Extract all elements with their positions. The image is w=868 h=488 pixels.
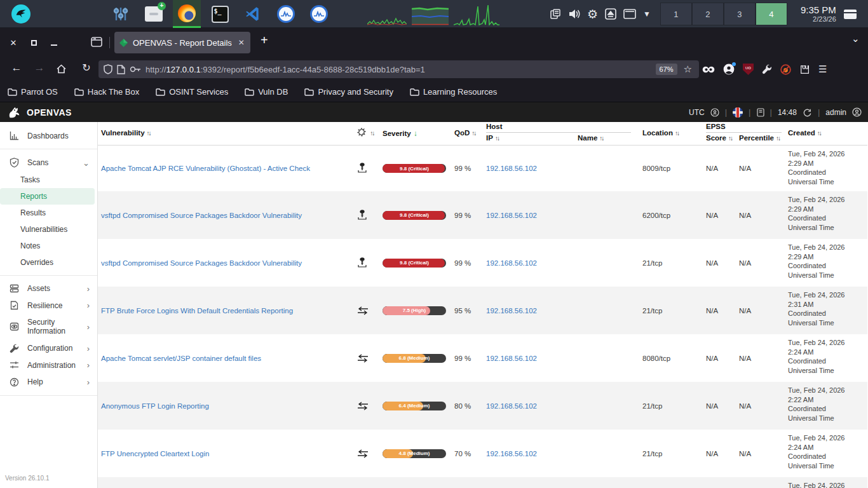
host-ip-link[interactable]: 192.168.56.102 — [486, 259, 537, 267]
browser-tab[interactable]: OPENVAS - Report Details ✕ — [114, 32, 250, 53]
sort-icon[interactable]: ↑↓ — [776, 135, 780, 142]
bookmark-folder-osint-services[interactable]: OSINT Services — [156, 87, 228, 97]
settings-sliders-app-icon[interactable] — [107, 0, 135, 28]
firefox-view-icon[interactable] — [90, 36, 103, 48]
user-menu-label[interactable]: admin — [825, 108, 846, 117]
home-button[interactable] — [56, 64, 67, 74]
timezone-pin-icon[interactable] — [710, 108, 719, 117]
col-qod[interactable]: QoD↑↓ — [454, 129, 475, 137]
insecure-key-icon[interactable] — [130, 65, 141, 73]
openvas-brand[interactable]: OPENVAS — [0, 106, 72, 119]
tab-close-icon[interactable]: ✕ — [238, 38, 245, 47]
language-flag-icon[interactable] — [733, 107, 743, 118]
sidebar-item-resilience[interactable]: Resilience › — [0, 297, 97, 314]
sort-icon[interactable]: ↑↓ — [495, 135, 499, 142]
sidebar-item-dashboards[interactable]: Dashboards — [0, 127, 97, 144]
bookmark-folder-learning-resources[interactable]: Learning Resources — [410, 87, 497, 97]
bookmark-folder-parrot-os[interactable]: Parrot OS — [8, 87, 58, 97]
parrot-os-menu-icon[interactable] — [11, 4, 31, 24]
host-ip-link[interactable]: 192.168.56.102 — [486, 212, 537, 219]
display-icon[interactable] — [623, 9, 636, 19]
bookmark-star-icon[interactable]: ☆ — [684, 64, 692, 75]
noscript-extension-icon[interactable] — [780, 64, 791, 75]
vulnerability-link[interactable]: vsftpd Compromised Source Packages Backd… — [101, 212, 302, 219]
host-ip-link[interactable]: 192.168.56.102 — [486, 402, 537, 410]
col-percentile[interactable]: Percentile↑↓ — [739, 134, 780, 142]
col-created[interactable]: Created↑↓ — [788, 129, 821, 137]
bookmark-folder-vuln-db[interactable]: Vuln DB — [245, 87, 288, 97]
sort-icon[interactable]: ↑↓ — [728, 135, 732, 142]
bookmark-folder-privacy-and-security[interactable]: Privacy and Security — [304, 87, 393, 97]
wrench-extension-icon[interactable] — [762, 64, 772, 74]
sort-icon[interactable]: ↑↓ — [599, 135, 603, 142]
col-location[interactable]: Location↑↓ — [642, 129, 679, 137]
show-desktop-icon[interactable] — [843, 9, 857, 20]
bookmark-folder-hack-the-box[interactable]: Hack The Box — [74, 87, 139, 97]
workspace-4-button[interactable]: 4 — [756, 3, 787, 25]
terminal-app-icon[interactable]: $_ — [206, 0, 234, 28]
manual-book-icon[interactable] — [757, 108, 764, 117]
back-button[interactable]: ← — [9, 62, 24, 74]
menu-hamburger-icon[interactable]: ☰ — [818, 64, 827, 75]
page-zoom-badge[interactable]: 67% — [656, 64, 677, 75]
volume-icon[interactable] — [568, 8, 580, 20]
cpu-graph-icon[interactable] — [367, 3, 407, 25]
sidebar-item-security-information[interactable]: Security Information › — [0, 314, 97, 340]
settings-gear-icon[interactable]: ⚙ — [587, 7, 598, 22]
vulnerability-link[interactable]: Apache Tomcat AJP RCE Vulnerability (Gho… — [101, 165, 310, 172]
workspace-2-button[interactable]: 2 — [692, 3, 724, 25]
firefox-app-icon[interactable] — [173, 0, 201, 28]
host-ip-link[interactable]: 192.168.56.102 — [486, 165, 537, 172]
window-maximize-button[interactable] — [31, 40, 37, 46]
sidebar-item-configuration[interactable]: Configuration › — [0, 340, 97, 357]
sidebar-item-vulnerabilities[interactable]: Vulnerabilities — [0, 221, 97, 238]
vulnerability-link[interactable]: FTP Unencrypted Cleartext Login — [101, 450, 209, 458]
workspace-1-button[interactable]: 1 — [660, 3, 692, 25]
account-icon[interactable] — [723, 64, 735, 75]
col-severity[interactable]: Severity↓ — [383, 129, 417, 138]
col-ip[interactable]: IP↑↓ — [486, 134, 499, 142]
eject-icon[interactable] — [605, 8, 616, 20]
sidebar-item-tasks[interactable]: Tasks — [0, 172, 97, 188]
list-all-tabs-icon[interactable]: ⌄ — [851, 33, 860, 44]
sidebar-item-assets[interactable]: Assets › — [0, 280, 97, 297]
sort-icon[interactable]: ↑↓ — [675, 130, 679, 137]
sort-icon[interactable]: ↑↓ — [147, 130, 151, 137]
reload-button[interactable]: ↻ — [79, 62, 94, 74]
refresh-icon[interactable] — [803, 108, 812, 117]
url-bar[interactable]: http://127.0.0.1:9392/report/f5b6eedf-1a… — [98, 60, 699, 78]
tray-expand-caret-icon[interactable]: ▼ — [643, 10, 651, 18]
openvas-app-icon-1[interactable] — [272, 0, 300, 28]
host-ip-link[interactable]: 192.168.56.102 — [486, 307, 537, 315]
workspace-3-button[interactable]: 3 — [724, 3, 756, 25]
host-ip-link[interactable]: 192.168.56.102 — [486, 450, 537, 458]
sidebar-item-scans[interactable]: Scans ⌄ — [0, 154, 97, 172]
taskbar-clock[interactable]: 9:35 PM 2/23/26 — [801, 5, 836, 24]
sidebar-item-overrides[interactable]: Overrides — [0, 254, 97, 271]
memory-graph-icon[interactable] — [412, 3, 449, 25]
sidebar-item-results[interactable]: Results — [0, 205, 97, 221]
window-close-button[interactable]: ✕ — [9, 38, 18, 48]
extension-goggles-icon[interactable] — [702, 66, 715, 73]
forward-button[interactable]: → — [32, 62, 47, 74]
sort-desc-icon[interactable]: ↓ — [414, 129, 417, 138]
network-graph-icon[interactable] — [454, 3, 499, 25]
url-text[interactable]: http://127.0.0.1:9392/report/f5b6eedf-1a… — [146, 65, 651, 74]
sidebar-item-help[interactable]: Help › — [0, 374, 97, 391]
sort-icon[interactable]: ↑↓ — [471, 130, 475, 137]
col-score[interactable]: Score↑↓ — [706, 134, 732, 142]
ublock-origin-icon[interactable]: UO — [743, 64, 754, 75]
new-tab-button[interactable]: + — [261, 33, 268, 48]
timezone-label[interactable]: UTC — [689, 108, 705, 117]
col-vulnerability[interactable]: Vulnerability↑↓ — [101, 129, 151, 137]
vulnerability-link[interactable]: Anonymous FTP Login Reporting — [101, 402, 209, 410]
sort-icon[interactable]: ↑↓ — [370, 130, 374, 137]
col-name[interactable]: Name↑↓ — [578, 134, 603, 142]
page-info-icon[interactable] — [117, 65, 125, 74]
vscode-app-icon[interactable] — [239, 0, 267, 28]
col-solution-type[interactable]: ↑↓ — [357, 128, 374, 137]
clipboard-tray-icon[interactable] — [550, 8, 561, 20]
sort-icon[interactable]: ↑↓ — [817, 130, 821, 137]
sidebar-item-notes[interactable]: Notes — [0, 238, 97, 254]
window-minimize-button[interactable] — [51, 44, 57, 46]
